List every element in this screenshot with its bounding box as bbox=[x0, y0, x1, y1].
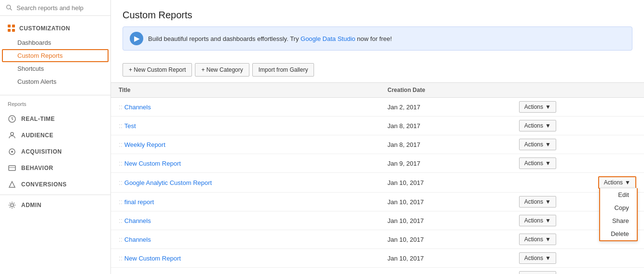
acquisition-label: ACQUISITION bbox=[21, 148, 62, 155]
report-date-cell: Jan 2, 2017 bbox=[380, 98, 511, 117]
drag-handle: :: bbox=[119, 103, 123, 111]
new-report-button[interactable]: + New Custom Report bbox=[123, 63, 192, 77]
report-name-cell: ::Channels bbox=[111, 98, 380, 117]
report-name-cell: ::New Custom Report bbox=[111, 249, 380, 268]
drag-handle: :: bbox=[119, 122, 123, 130]
admin-icon bbox=[8, 201, 16, 209]
sidebar-item-shortcuts[interactable]: Shortcuts bbox=[0, 62, 110, 75]
sidebar-item-realtime[interactable]: REAL-TIME bbox=[0, 111, 110, 127]
chevron-down-icon: ▼ bbox=[545, 236, 551, 243]
conversions-label: CONVERSIONS bbox=[21, 181, 67, 188]
svg-point-4 bbox=[11, 151, 13, 153]
report-link[interactable]: Weekly Report bbox=[124, 141, 165, 148]
actions-button[interactable]: Actions ▼ bbox=[519, 252, 556, 264]
sidebar-item-dashboards[interactable]: Dashboards bbox=[0, 36, 110, 49]
report-link[interactable]: New Custom Report bbox=[124, 160, 181, 167]
table-row: ::Weekly ReportJan 8, 2017Actions ▼ bbox=[111, 135, 644, 154]
table-header-row: Title Creation Date bbox=[111, 83, 644, 98]
report-name-cell: ::Channels bbox=[111, 230, 380, 249]
report-date-cell: Jan 9, 2017 bbox=[380, 154, 511, 173]
edit-menu-item[interactable]: Edit bbox=[600, 188, 637, 201]
report-link[interactable]: Google Analytic Custom Report bbox=[124, 179, 212, 186]
actions-dropdown-menu: Edit Copy Share Delete bbox=[599, 188, 638, 241]
sidebar-item-custom-alerts[interactable]: Custom Alerts bbox=[0, 75, 110, 88]
realtime-icon bbox=[8, 115, 16, 123]
actions-button[interactable]: Actions ▼ bbox=[519, 215, 556, 226]
chevron-down-icon: ▼ bbox=[545, 104, 551, 110]
sidebar-item-admin[interactable]: ADMIN bbox=[0, 197, 110, 213]
actions-button[interactable]: Actions ▼ bbox=[519, 120, 556, 131]
copy-menu-item[interactable]: Copy bbox=[600, 201, 637, 214]
drag-handle: :: bbox=[119, 141, 123, 148]
share-menu-item[interactable]: Share bbox=[600, 214, 637, 227]
customization-label: CUSTOMIZATION bbox=[19, 25, 70, 32]
svg-line-1 bbox=[10, 9, 12, 11]
delete-menu-item[interactable]: Delete bbox=[600, 227, 637, 240]
customization-section: CUSTOMIZATION Dashboards Custom Reports … bbox=[0, 16, 110, 93]
chevron-down-icon: ▼ bbox=[545, 255, 551, 261]
search-bar[interactable] bbox=[0, 0, 110, 16]
page-title: Custom Reports bbox=[123, 10, 632, 21]
report-actions-cell: Actions ▼ bbox=[511, 249, 644, 268]
actions-button[interactable]: Actions ▼ bbox=[519, 101, 556, 113]
svg-point-9 bbox=[11, 204, 14, 207]
sidebar-item-custom-reports[interactable]: Custom Reports bbox=[2, 49, 109, 62]
report-actions-cell: Actions ▼ bbox=[511, 135, 644, 154]
col-actions bbox=[511, 83, 644, 98]
table-row: ::New Custom ReportJan 10, 2017Actions ▼ bbox=[111, 249, 644, 268]
report-link[interactable]: Test bbox=[124, 122, 136, 130]
report-link[interactable]: Channels bbox=[124, 217, 151, 224]
chevron-down-icon: ▼ bbox=[545, 198, 551, 205]
sidebar-item-conversions[interactable]: CONVERSIONS bbox=[0, 176, 110, 193]
drag-handle: :: bbox=[119, 254, 123, 262]
report-link[interactable]: final report bbox=[124, 198, 154, 206]
report-date-cell: Jan 10, 2017 bbox=[380, 173, 511, 193]
import-gallery-button[interactable]: Import from Gallery bbox=[252, 63, 315, 77]
audience-icon bbox=[8, 131, 16, 140]
actions-dropdown-container: Actions ▼ Edit Copy Share Delete bbox=[598, 176, 636, 189]
actions-button[interactable]: Actions ▼ bbox=[599, 177, 635, 188]
actions-button[interactable]: Actions ▼ bbox=[519, 139, 556, 150]
actions-button[interactable]: Actions ▼ bbox=[519, 271, 556, 274]
search-icon bbox=[6, 4, 13, 12]
actions-button[interactable]: Actions ▼ bbox=[519, 157, 556, 169]
sidebar-item-audience[interactable]: AUDIENCE bbox=[0, 127, 110, 144]
svg-point-0 bbox=[7, 5, 11, 9]
drag-handle: :: bbox=[119, 217, 123, 224]
report-rows: ::ChannelsJan 2, 2017Actions ▼::TestJan … bbox=[111, 98, 644, 274]
report-date-cell: Jan 8, 2017 bbox=[380, 135, 511, 154]
report-date-cell: Jan 10, 2017 bbox=[380, 193, 511, 211]
google-data-studio-link[interactable]: Google Data Studio bbox=[301, 35, 355, 42]
report-name-cell: ::Channels bbox=[111, 211, 380, 230]
behavior-label: BEHAVIOR bbox=[21, 165, 53, 171]
drag-handle: :: bbox=[119, 159, 123, 167]
report-date-cell: Jan 10, 2017 bbox=[380, 230, 511, 249]
report-name-cell: ::Weekly Report bbox=[111, 135, 380, 154]
sidebar-item-acquisition[interactable]: ACQUISITION bbox=[0, 144, 110, 160]
search-input[interactable] bbox=[16, 4, 105, 12]
sidebar-item-behavior[interactable]: BEHAVIOR bbox=[0, 160, 110, 176]
col-title: Title bbox=[111, 83, 380, 98]
customization-header: CUSTOMIZATION bbox=[0, 21, 110, 36]
report-link[interactable]: New Custom Report bbox=[124, 255, 181, 262]
reports-section-label: Reports bbox=[0, 97, 110, 111]
chevron-down-icon: ▼ bbox=[545, 141, 551, 148]
report-actions-cell: Actions ▼ bbox=[511, 268, 644, 274]
report-link[interactable]: Channels bbox=[124, 104, 151, 111]
actions-button[interactable]: Actions ▼ bbox=[519, 196, 556, 208]
divider-2 bbox=[0, 195, 110, 195]
new-category-button[interactable]: + New Category bbox=[195, 63, 249, 77]
drag-handle: :: bbox=[119, 198, 123, 206]
acquisition-icon bbox=[8, 147, 16, 156]
report-actions-cell: Actions ▼ bbox=[511, 117, 644, 135]
actions-button[interactable]: Actions ▼ bbox=[519, 234, 556, 245]
table-row: ::final reportJan 10, 2017Actions ▼ bbox=[111, 193, 644, 211]
info-banner: ▶ Build beautiful reports and dashboards… bbox=[123, 26, 632, 51]
sidebar: CUSTOMIZATION Dashboards Custom Reports … bbox=[0, 0, 111, 274]
report-name-cell: ::Google Analytic Custom Report bbox=[111, 173, 380, 193]
table-row: ::ChannelsJan 10, 2017Actions ▼ bbox=[111, 211, 644, 230]
table-row: ::TestJan 8, 2017Actions ▼ bbox=[111, 117, 644, 135]
report-link[interactable]: Channels bbox=[124, 236, 151, 243]
report-date-cell: Jan 10, 2017 bbox=[380, 249, 511, 268]
table-row: ::Google Analytic Custom ReportJan 10, 2… bbox=[111, 173, 644, 193]
